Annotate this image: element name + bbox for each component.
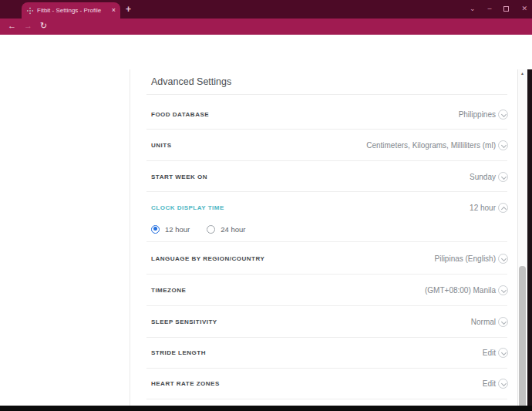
browser-window: Fitbit - Settings - Profile × + ⌄ – ✕ ← …: [0, 0, 532, 411]
chevron-down-icon[interactable]: [498, 109, 508, 120]
clock-format-radio-group: 12 hour 24 hour: [151, 223, 245, 235]
row-label: TIMEZONE: [151, 287, 186, 294]
page-title: Advanced Settings: [151, 76, 231, 87]
reload-button[interactable]: ↻: [40, 21, 47, 31]
row-value: (GMT+08:00) Manila: [425, 286, 496, 295]
chevron-down-icon[interactable]: [498, 140, 508, 150]
window-minimize-button[interactable]: –: [487, 5, 491, 12]
chevron-down-icon[interactable]: [498, 172, 508, 182]
window-close-button[interactable]: ✕: [521, 5, 527, 12]
radio-label: 12 hour: [165, 225, 190, 234]
row-value: 12 hour: [470, 204, 496, 212]
page-content: Advanced Settings FOOD DATABASE Philippi…: [0, 35, 532, 406]
window-bottom-edge: [0, 406, 532, 411]
tab-strip: Fitbit - Settings - Profile × + ⌄ – ✕: [0, 0, 532, 19]
tab-search-chevron-icon[interactable]: ⌄: [470, 5, 476, 12]
row-label: SLEEP SENSITIVITY: [151, 318, 217, 325]
setting-row-food-database[interactable]: FOOD DATABASE Philippines: [151, 106, 496, 122]
row-label: HEART RATE ZONES: [151, 380, 220, 387]
scrollbar-up-arrow-icon[interactable]: ▲: [520, 71, 524, 76]
row-value: Edit: [483, 379, 496, 388]
row-value: Philippines: [459, 110, 496, 119]
browser-toolbar: ← → ↻ fitbit.com/settings/profile ☆ J ⋮: [0, 19, 532, 35]
scrollbar-thumb[interactable]: [519, 266, 526, 411]
row-label: CLOCK DISPLAY TIME: [151, 204, 224, 211]
setting-row-sleep-sensitivity[interactable]: SLEEP SENSITIVITY Normal: [151, 314, 496, 329]
tab-close-icon[interactable]: ×: [112, 7, 116, 14]
row-value: Pilipinas (English): [435, 254, 496, 263]
radio-label: 24 hour: [221, 225, 245, 234]
row-label: STRIDE LENGTH: [151, 349, 206, 356]
tab-title: Fitbit - Settings - Profile: [37, 7, 108, 14]
setting-row-start-week-on[interactable]: START WEEK ON Sunday: [151, 169, 496, 184]
chevron-down-icon[interactable]: [498, 254, 508, 264]
forward-button[interactable]: →: [24, 21, 32, 30]
chevron-down-icon[interactable]: [498, 285, 508, 295]
radio-unselected-icon[interactable]: [207, 225, 215, 234]
back-button[interactable]: ←: [8, 21, 16, 30]
row-label: FOOD DATABASE: [151, 111, 209, 118]
chevron-down-icon[interactable]: [498, 348, 508, 358]
radio-option-12-hour[interactable]: 12 hour: [151, 225, 190, 234]
setting-row-language[interactable]: LANGUAGE BY REGION/COUNTRY Pilipinas (En…: [151, 251, 496, 266]
sidebar-divider: [130, 69, 130, 411]
fitbit-favicon-icon: [26, 7, 33, 14]
chevron-down-icon[interactable]: [498, 317, 508, 327]
row-value: Normal: [471, 318, 496, 326]
setting-row-stride-length[interactable]: STRIDE LENGTH Edit: [151, 345, 496, 360]
row-value: Sunday: [470, 173, 496, 181]
setting-row-timezone[interactable]: TIMEZONE (GMT+08:00) Manila: [151, 282, 496, 298]
row-label: UNITS: [151, 142, 172, 149]
setting-row-units[interactable]: UNITS Centimeters, Kilograms, Milliliter…: [151, 137, 496, 153]
window-right-edge: [527, 69, 532, 411]
chevron-down-icon[interactable]: [498, 379, 508, 389]
setting-row-clock-display-time[interactable]: CLOCK DISPLAY TIME 12 hour: [151, 200, 496, 215]
setting-row-heart-rate-zones[interactable]: HEART RATE ZONES Edit: [151, 376, 496, 391]
tab-fitbit-settings[interactable]: Fitbit - Settings - Profile ×: [22, 2, 120, 19]
radio-option-24-hour[interactable]: 24 hour: [207, 225, 245, 234]
radio-selected-icon[interactable]: [151, 225, 160, 234]
new-tab-button[interactable]: +: [126, 4, 131, 15]
row-value: Centimeters, Kilograms, Milliliters (ml): [366, 141, 496, 150]
row-label: START WEEK ON: [151, 173, 207, 180]
chevron-up-icon[interactable]: [498, 203, 508, 213]
row-label: LANGUAGE BY REGION/COUNTRY: [151, 255, 264, 262]
window-maximize-button[interactable]: [503, 6, 509, 12]
row-value: Edit: [483, 349, 496, 357]
